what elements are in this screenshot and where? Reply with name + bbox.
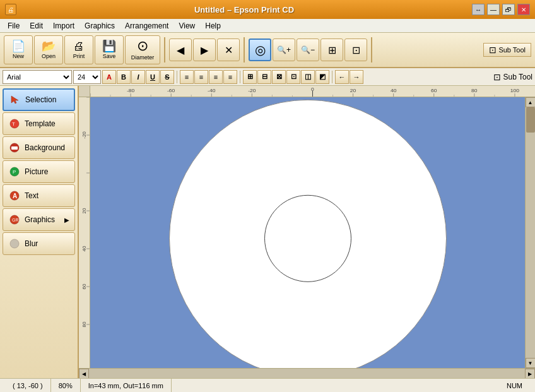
menu-graphics[interactable]: Graphics [79, 20, 120, 32]
vertical-scrollbar[interactable]: ▲ ▼ [525, 97, 535, 368]
insert-btn-1[interactable]: ⊞ [243, 70, 257, 84]
sidebar-item-text[interactable]: A Text [3, 184, 75, 207]
status-mode: NUM [499, 382, 530, 389]
scroll-track-horizontal[interactable] [89, 369, 525, 378]
scroll-down-arrow[interactable]: ▼ [526, 358, 536, 368]
align-left-button[interactable]: ≡ [180, 70, 194, 84]
insert-btn-2[interactable]: ⊟ [257, 70, 271, 84]
app-icon: 🖨 [5, 4, 16, 15]
scroll-right-arrow[interactable]: ▶ [525, 369, 535, 378]
align-center-button[interactable]: ≡ [194, 70, 208, 84]
selection-icon [9, 93, 21, 106]
bold-button[interactable]: B [117, 70, 131, 84]
mode-text: NUM [507, 382, 522, 389]
font-size-select[interactable]: 24 [73, 70, 101, 84]
forward-button[interactable]: ▶ [193, 39, 216, 61]
font-color-button[interactable]: A [102, 70, 116, 84]
menu-file[interactable]: File [3, 20, 25, 32]
save-icon: 💾 [102, 40, 116, 52]
svg-text:P: P [13, 169, 16, 175]
svg-text:-80: -80 [127, 88, 135, 93]
ruler-corner [79, 86, 90, 97]
sidebar-item-template[interactable]: T Template [3, 112, 75, 135]
grid-button[interactable]: ⊞ [320, 39, 343, 61]
subtool-section: ⊡ Sub Tool [493, 72, 532, 82]
print-button[interactable]: 🖨 Print [64, 35, 93, 64]
scroll-track-vertical[interactable] [526, 107, 535, 358]
vertical-ruler: -20 20 40 60 80 [79, 97, 90, 368]
svg-marker-0 [11, 96, 18, 104]
scroll-thumb-vertical[interactable] [526, 107, 535, 133]
move-right-button[interactable]: → [350, 70, 363, 84]
layout-button[interactable]: ⊡ [344, 39, 367, 61]
svg-text:80: 80 [471, 88, 478, 93]
status-zoom: 80% [51, 379, 81, 392]
underline-button[interactable]: U [146, 70, 160, 84]
print-label: Print [73, 53, 85, 59]
delete-button[interactable]: ✕ [217, 39, 240, 61]
menubar: File Edit Import Graphics Arrangement Vi… [0, 19, 535, 33]
window-controls: ↔ — 🗗 ✕ [472, 4, 530, 15]
sidebar: Selection T Template Background P Pictur… [0, 86, 79, 378]
graphics-icon: GR [8, 213, 21, 226]
sidebar-item-picture[interactable]: P Picture [3, 160, 75, 183]
menu-view[interactable]: View [173, 20, 200, 32]
italic-button[interactable]: I [131, 70, 145, 84]
strikethrough-button[interactable]: S [160, 70, 174, 84]
subtool-box-icon: ⊡ [493, 72, 501, 82]
horizontal-scrollbar-area[interactable]: ◀ ▶ [79, 368, 535, 378]
minimize-button[interactable]: ↔ [472, 4, 485, 15]
background-icon [8, 141, 21, 154]
restore-button[interactable]: — [487, 4, 500, 15]
scroll-up-arrow[interactable]: ▲ [526, 97, 536, 107]
sidebar-item-selection[interactable]: Selection [3, 88, 75, 111]
fmt-separator-1 [177, 71, 177, 83]
align-justify-button[interactable]: ≡ [223, 70, 237, 84]
align-right-button[interactable]: ≡ [209, 70, 223, 84]
diameter-icon: ⊙ [137, 39, 148, 53]
graphics-arrow-icon: ▶ [64, 217, 69, 223]
save-button[interactable]: 💾 Save [95, 35, 124, 64]
svg-text:0: 0 [311, 86, 314, 92]
svg-text:T: T [12, 121, 15, 127]
new-button[interactable]: 📄 New [4, 35, 33, 64]
sidebar-item-graphics[interactable]: GR Graphics ▶ [3, 208, 75, 231]
save-label: Save [103, 53, 116, 59]
circle-view-button[interactable]: ◎ [249, 39, 271, 61]
insert-btn-5[interactable]: ◫ [301, 70, 315, 84]
zoom-out-button[interactable]: 🔍− [297, 39, 319, 61]
toolbar-separator-3 [371, 37, 372, 62]
menu-arrangement[interactable]: Arrangement [120, 20, 173, 32]
close-button[interactable]: ✕ [517, 4, 530, 15]
zoom-in-button[interactable]: 🔍+ [273, 39, 295, 61]
canvas-scroll: -20 20 40 60 80 [79, 97, 535, 368]
status-coords: ( 13, -60 ) [5, 379, 51, 392]
move-group: ← → [335, 70, 363, 84]
move-left-button[interactable]: ← [335, 70, 349, 84]
menu-help[interactable]: Help [200, 20, 226, 32]
svg-text:40: 40 [391, 88, 397, 93]
subtool-button[interactable]: ⊡ Sub Tool [483, 43, 531, 57]
insert-btn-6[interactable]: ◩ [315, 70, 329, 84]
diameter-button[interactable]: ⊙ Diameter [125, 35, 160, 64]
maximize-button[interactable]: 🗗 [502, 4, 515, 15]
svg-text:60: 60 [81, 283, 87, 289]
sidebar-item-blur[interactable]: Blur [3, 232, 75, 255]
toolbar-separator-2 [244, 37, 245, 62]
window-title: Untitled – Epson Print CD [16, 5, 472, 15]
picture-label: Picture [25, 167, 48, 176]
svg-text:80: 80 [81, 321, 87, 327]
font-family-select[interactable]: Arial [3, 70, 72, 84]
open-button[interactable]: 📂 Open [34, 35, 63, 64]
svg-text:-20: -20 [81, 131, 87, 139]
scroll-left-arrow[interactable]: ◀ [79, 369, 89, 378]
svg-text:-20: -20 [248, 88, 256, 93]
menu-import[interactable]: Import [48, 20, 79, 32]
insert-btn-4[interactable]: ⊡ [286, 70, 300, 84]
menu-edit[interactable]: Edit [25, 20, 48, 32]
sidebar-item-background[interactable]: Background [3, 136, 75, 159]
back-button[interactable]: ◀ [169, 39, 192, 61]
insert-btn-3[interactable]: ⊠ [272, 70, 286, 84]
canvas[interactable] [90, 97, 525, 368]
status-dimensions: In=43 mm, Out=116 mm [81, 379, 172, 392]
